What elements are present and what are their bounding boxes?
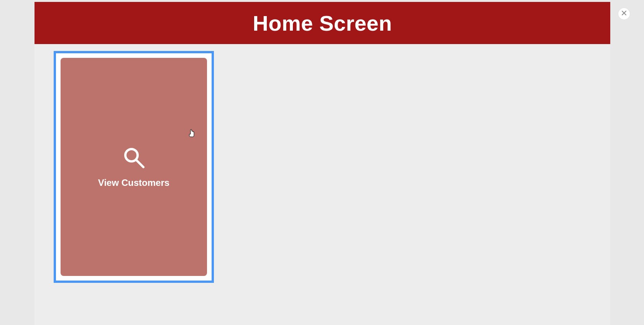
card-label: View Customers [98, 177, 169, 188]
content-area: View Customers [34, 44, 610, 290]
page-header: Home Screen [34, 2, 610, 44]
search-icon [122, 146, 145, 171]
close-button[interactable] [618, 8, 630, 20]
svg-line-1 [136, 160, 143, 167]
main-panel: Home Screen View Customers [34, 2, 610, 325]
close-icon [621, 10, 627, 17]
page-title: Home Screen [253, 11, 392, 36]
view-customers-card[interactable]: View Customers [54, 51, 214, 283]
card-inner: View Customers [61, 58, 207, 276]
